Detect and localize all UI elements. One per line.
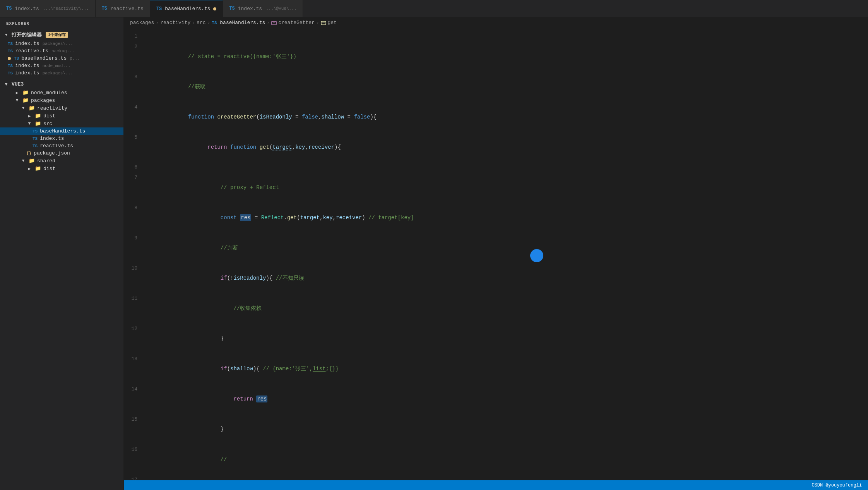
json-icon: {}	[26, 151, 31, 156]
code-content: //	[145, 444, 868, 475]
file-path: packag...	[51, 49, 74, 53]
breadcrumb-file: TS baseHandlers.ts	[212, 20, 265, 26]
folder-label: packages	[31, 98, 55, 103]
folder-icon: 📁	[35, 113, 41, 119]
line-num: 1	[124, 31, 145, 41]
basehandlers-file[interactable]: TS baseHandlers.ts	[0, 127, 123, 135]
tab-path: ...\reactivity\...	[43, 6, 89, 11]
filename: index.ts	[40, 136, 64, 141]
code-content: //收集依赖	[145, 293, 868, 323]
code-content: if(shallow){ // {name:'张三',list;{}}	[145, 354, 868, 384]
tab-index-ts-1[interactable]: TS index.ts ...\reactivity\...	[0, 0, 96, 17]
filename: reactive.ts	[15, 48, 48, 54]
sep: ›	[156, 20, 159, 26]
code-line-14: 14 return res	[124, 384, 868, 414]
line-num: 2	[124, 42, 145, 52]
sep: ›	[207, 20, 210, 26]
shared-folder[interactable]: ▼ 📁 shared	[0, 157, 123, 165]
editor-area: packages › reactivity › src › TS baseHan…	[124, 17, 868, 490]
open-file-reactive-ts[interactable]: TS reactive.ts packag...	[0, 47, 123, 55]
modified-dot	[8, 57, 11, 60]
code-content: //获取	[145, 72, 868, 102]
line-num: 16	[124, 445, 145, 455]
package-json-file[interactable]: {} package.json	[0, 150, 123, 157]
code-line-4: 4 function createGetter(isReadonly = fal…	[124, 102, 868, 132]
dist-folder[interactable]: ▶ 📁 dist	[0, 112, 123, 120]
reactivity-folder[interactable]: ▼ 📁 reactivity	[0, 104, 123, 112]
dist2-folder[interactable]: ▶ 📁 dist	[0, 165, 123, 172]
folder-label: shared	[37, 158, 55, 164]
packages-folder[interactable]: ▼ 📁 packages	[0, 96, 123, 104]
attribution: CSDN @youyoufengli	[812, 483, 862, 488]
line-num: 10	[124, 263, 145, 273]
ts-icon: TS	[8, 71, 13, 76]
filename: index.ts	[15, 63, 39, 69]
line-num: 17	[124, 475, 145, 480]
src-folder[interactable]: ▼ 📁 src	[0, 120, 123, 127]
code-content: }	[145, 414, 868, 444]
code-content: //判断	[145, 233, 868, 263]
folder-icon: 📁	[29, 105, 35, 111]
file-path: packages\...	[43, 71, 73, 76]
chevron-right-icon: ▶	[26, 166, 33, 171]
code-line-9: 9 //判断	[124, 233, 868, 263]
code-line-5: 5 return function get(target,key,receive…	[124, 132, 868, 162]
open-file-basehandlers-ts[interactable]: TS baseHandlers.ts p...	[0, 55, 123, 62]
main-layout: EXPLORER ▼ 打开的编辑器 1个未保存 TS index.ts pack…	[0, 17, 868, 490]
folder-label: dist	[43, 166, 55, 172]
index-file[interactable]: TS index.ts	[0, 135, 123, 142]
chevron-right-icon: ▶	[14, 90, 20, 95]
folder-icon: 📁	[35, 120, 41, 127]
folder-icon: 📁	[29, 158, 35, 164]
editor-wrapper[interactable]: 1 2 // state = reactive({name:'张三'}) 3 /…	[124, 28, 868, 480]
ts-icon: TS	[8, 64, 13, 68]
line-num: 13	[124, 354, 145, 364]
code-content: return res	[145, 384, 868, 414]
tab-basehandlers-ts[interactable]: TS baseHandlers.ts	[150, 0, 223, 17]
sidebar: EXPLORER ▼ 打开的编辑器 1个未保存 TS index.ts pack…	[0, 17, 124, 490]
chevron-down-icon: ▼	[26, 121, 33, 126]
line-num: 11	[124, 294, 145, 304]
open-file-index-ts-packages[interactable]: TS index.ts packages\...	[0, 69, 123, 77]
breadcrumb-packages: packages	[130, 20, 154, 26]
breadcrumb-get: get	[321, 20, 337, 26]
open-file-index-ts-node[interactable]: TS index.ts node_mod...	[0, 62, 123, 69]
code-content: return res	[145, 475, 868, 480]
tab-index-ts-2[interactable]: TS index.ts ...\@vue\...	[223, 0, 303, 17]
filename: baseHandlers.ts	[40, 128, 85, 134]
code-content: return function get(target,key,receiver)…	[145, 132, 868, 162]
code-content: const res = Reflect.get(target,key,recei…	[145, 203, 868, 233]
line-num: 6	[124, 162, 145, 172]
line-num: 15	[124, 414, 145, 425]
code-editor[interactable]: 1 2 // state = reactive({name:'张三'}) 3 /…	[124, 28, 868, 480]
ts-icon: TS	[156, 6, 162, 12]
reactive-file[interactable]: TS reactive.ts	[0, 142, 123, 150]
code-line-13: 13 if(shallow){ // {name:'张三',list;{}}	[124, 354, 868, 384]
node-modules-folder[interactable]: ▶ 📁 node_modules	[0, 89, 123, 96]
tab-reactive-ts[interactable]: TS reactive.ts	[96, 0, 150, 17]
vue3-root[interactable]: ▼ VUE3	[0, 80, 123, 89]
code-content: }	[145, 323, 868, 354]
folder-icon: 📁	[22, 97, 29, 103]
line-num: 4	[124, 102, 145, 112]
folder-label: node_modules	[31, 90, 67, 96]
open-editors-section[interactable]: ▼ 打开的编辑器 1个未保存	[0, 30, 123, 40]
open-file-index-ts-1[interactable]: TS index.ts packages\...	[0, 40, 123, 47]
file-path: packages\...	[43, 41, 73, 46]
chevron-down-icon: ▼	[20, 106, 26, 110]
folder-label: reactivity	[37, 105, 67, 111]
status-bar: CSDN @youyoufengli	[124, 480, 868, 490]
code-line-2: 2 // state = reactive({name:'张三'})	[124, 41, 868, 72]
line-num: 12	[124, 324, 145, 334]
code-line-10: 10 if(!isReadonly){ //不知只读	[124, 263, 868, 293]
filename: package.json	[34, 150, 70, 156]
code-line-1: 1	[124, 31, 868, 41]
code-line-12: 12 }	[124, 323, 868, 354]
tab-bar: TS index.ts ...\reactivity\... TS reacti…	[0, 0, 868, 17]
line-num: 7	[124, 173, 145, 183]
folder-label: dist	[43, 113, 55, 119]
ts-icon: TS	[8, 49, 13, 53]
breadcrumb-creategetter: createGetter	[271, 20, 315, 26]
filename: index.ts	[15, 41, 39, 46]
code-line-16: 16 //	[124, 444, 868, 475]
